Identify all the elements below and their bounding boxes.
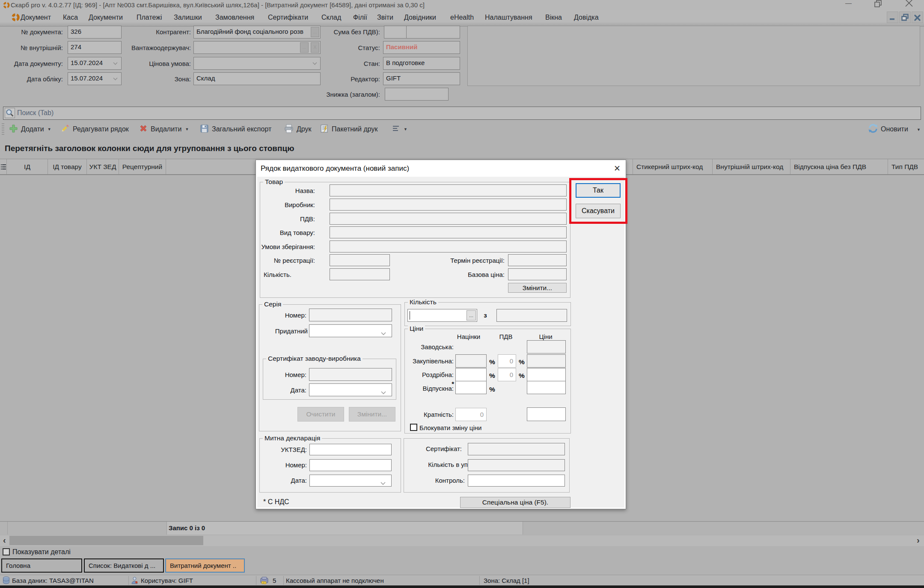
scrollbar-thumb[interactable]	[9, 536, 203, 545]
doc-date-dropdown-icon[interactable]	[113, 62, 118, 65]
menu-item-warehouse[interactable]: Склад	[321, 14, 341, 21]
menu-item-stock[interactable]: Залишки	[174, 14, 202, 21]
customs-date-combo[interactable]	[309, 475, 392, 487]
menu-item-kasa[interactable]: Каса	[63, 14, 78, 21]
tab-document[interactable]: Витратний документ ..	[165, 558, 245, 573]
series-valid-dropdown-icon[interactable]	[381, 330, 386, 333]
doc-number-field[interactable]: 326	[68, 26, 122, 39]
column-header-price-no-vat[interactable]: Відпускна ціна без ПДВ	[790, 159, 888, 174]
minimize-button[interactable]: —	[845, 0, 852, 6]
column-header-ukt-zed[interactable]: УКТ ЗЕД	[87, 159, 119, 174]
menu-item-help[interactable]: Довідка	[574, 14, 599, 21]
product-quantity-field[interactable]	[330, 268, 390, 280]
column-header-vat-type[interactable]: Тип ПДВ	[888, 159, 924, 174]
price-factory-field[interactable]	[527, 340, 566, 353]
view-options-button[interactable]: ▼	[392, 123, 407, 135]
scroll-left-icon[interactable]: ‹	[3, 535, 6, 545]
search-icon[interactable]	[5, 108, 15, 118]
tab-main[interactable]: Головна	[1, 558, 82, 573]
export-button[interactable]: Загальний експорт	[199, 123, 271, 135]
menu-item-certs[interactable]: Сертифікати	[268, 14, 308, 21]
price-purchase-markup-field[interactable]	[455, 354, 487, 368]
price-purchase-field[interactable]	[527, 354, 566, 368]
special-price-button[interactable]: Спеціальна ціна (F5).	[460, 497, 570, 508]
column-header-internal-barcode[interactable]: Внутрішній штрих-код	[713, 159, 790, 174]
quantity-browse-button[interactable]: ...	[466, 310, 476, 321]
factory-cert-date-combo[interactable]	[309, 383, 392, 396]
column-header-id-tovaru[interactable]: ІД товару	[48, 159, 87, 174]
sum-no-vat-field-1[interactable]	[384, 26, 407, 39]
scroll-right-icon[interactable]: ›	[917, 535, 920, 545]
customs-number-field[interactable]	[309, 459, 392, 471]
quantity-total-field[interactable]	[496, 309, 567, 322]
menu-item-payments[interactable]: Платежі	[137, 14, 162, 21]
reg-number-field[interactable]	[330, 254, 390, 266]
delete-button[interactable]: Видалити ▼	[139, 123, 189, 135]
storage-field[interactable]	[330, 241, 567, 252]
base-price-field[interactable]	[508, 268, 567, 280]
price-retail-field[interactable]	[527, 368, 566, 381]
print-button[interactable]: Друк	[284, 123, 312, 135]
menu-item-ehealth[interactable]: eHealth	[450, 14, 474, 21]
column-header-id[interactable]: ІД	[7, 159, 48, 174]
close-button[interactable]	[905, 0, 913, 9]
menu-item-settings[interactable]: Налаштування	[485, 14, 532, 21]
reg-term-field[interactable]	[508, 254, 567, 266]
vat-field[interactable]	[330, 213, 567, 225]
discount-field[interactable]	[385, 88, 449, 101]
menu-item-document[interactable]: Документ	[21, 14, 51, 21]
search-input[interactable]	[17, 107, 873, 119]
factory-cert-date-dropdown-icon[interactable]	[381, 389, 386, 392]
price-condition-field[interactable]	[193, 57, 321, 70]
uktzed-field[interactable]	[309, 444, 392, 455]
factory-cert-number-field[interactable]	[309, 368, 392, 381]
price-selling-field[interactable]	[527, 381, 566, 394]
contractor-field[interactable]: Благодійний фонд соціального розв	[193, 26, 321, 39]
clear-button[interactable]: Очистити	[297, 407, 344, 422]
details-checkbox[interactable]	[3, 548, 10, 555]
series-number-field[interactable]	[309, 309, 392, 321]
menu-item-orders[interactable]: Замовлення	[215, 14, 254, 21]
mdi-restore-button[interactable]	[899, 12, 911, 23]
series-valid-combo[interactable]	[309, 324, 392, 337]
manufacturer-field[interactable]	[330, 199, 567, 211]
add-button[interactable]: Додати ▼	[9, 123, 51, 135]
tab-list[interactable]: Список: Видаткові д ...	[84, 558, 164, 573]
column-header-recept[interactable]: Рецептурний	[119, 159, 166, 174]
internal-number-field[interactable]: 274	[68, 41, 122, 54]
customs-date-dropdown-icon[interactable]	[380, 479, 386, 483]
price-extra-field[interactable]	[527, 407, 566, 421]
control-field[interactable]	[468, 475, 565, 487]
menu-item-windows[interactable]: Вікна	[545, 14, 562, 21]
refresh-caret-icon[interactable]: ▼	[917, 128, 921, 132]
mdi-minimize-button[interactable]	[887, 12, 898, 23]
menu-item-documents[interactable]: Документи	[89, 14, 123, 21]
change-button[interactable]: Змінити...	[349, 407, 395, 422]
acc-date-dropdown-icon[interactable]	[113, 77, 118, 80]
product-change-button[interactable]: Змінити...	[508, 283, 567, 293]
menu-item-references[interactable]: Довідники	[404, 14, 436, 21]
menu-item-reports[interactable]: Звіти	[377, 14, 393, 21]
lock-price-checkbox[interactable]	[410, 424, 417, 431]
consignee-browse-button[interactable]: ...	[300, 42, 309, 53]
mdi-close-button[interactable]	[912, 12, 923, 23]
product-kind-field[interactable]	[330, 226, 567, 238]
zone-field[interactable]: Склад	[193, 72, 321, 85]
edit-row-button[interactable]: Редагувати рядок	[60, 123, 129, 135]
refresh-button[interactable]: Оновити	[868, 123, 908, 135]
restore-button[interactable]	[874, 0, 882, 9]
sum-no-vat-field-2[interactable]	[406, 26, 460, 39]
price-retail-markup-field[interactable]	[455, 368, 487, 381]
column-header-sticker-barcode[interactable]: Стикерний штрих-код	[633, 159, 713, 174]
statusbar-separator	[128, 576, 129, 585]
product-name-field[interactable]	[330, 184, 567, 196]
batch-print-button[interactable]: Пакетний друк	[319, 123, 377, 135]
menu-item-branches[interactable]: Філії	[353, 14, 367, 21]
dialog-title-bar: Рядок видаткового документа (новий запис…	[256, 160, 625, 177]
printer-icon	[284, 124, 294, 135]
dialog-close-icon[interactable]: ✕	[612, 164, 622, 173]
price-selling-markup-field[interactable]	[455, 381, 487, 394]
horizontal-scrollbar[interactable]: ‹ ›	[0, 535, 924, 546]
certificate-field[interactable]	[468, 443, 565, 455]
qty-in-pack-field[interactable]	[468, 459, 565, 471]
